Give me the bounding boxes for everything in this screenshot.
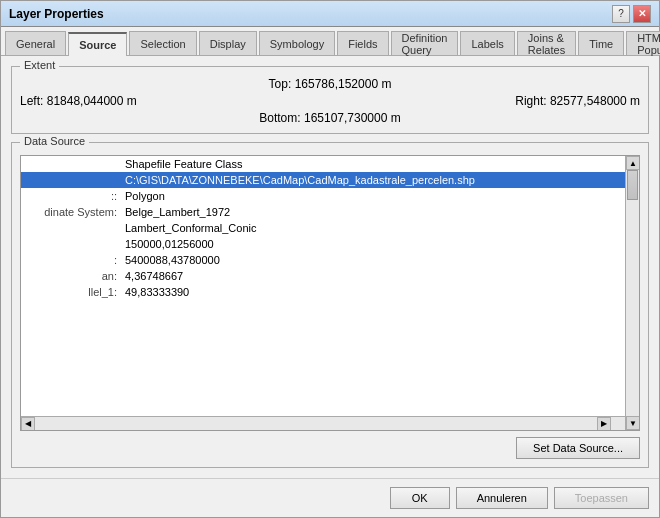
extent-right-label: Right: (515, 94, 546, 108)
tab-fields[interactable]: Fields (337, 31, 388, 55)
data-source-content: Shapefile Feature ClassC:\GIS\DATA\ZONNE… (20, 155, 640, 459)
row-value: 4,36748667 (121, 268, 639, 284)
tab-time[interactable]: Time (578, 31, 624, 55)
extent-left: Left: 81848,044000 m (20, 94, 137, 108)
row-key (21, 236, 121, 252)
table-row: C:\GIS\DATA\ZONNEBEKE\CadMap\CadMap_kada… (21, 172, 639, 188)
table-row: 150000,01256000 (21, 236, 639, 252)
row-key: :: (21, 188, 121, 204)
footer: OK Annuleren Toepassen (1, 478, 659, 517)
extent-bottom-label: Bottom: (259, 111, 300, 125)
row-value: 150000,01256000 (121, 236, 639, 252)
row-key (21, 156, 121, 172)
table-row: Lambert_Conformal_Conic (21, 220, 639, 236)
table-row: llel_1:49,83333390 (21, 284, 639, 300)
tab-display[interactable]: Display (199, 31, 257, 55)
extent-content: Top: 165786,152000 m Left: 81848,044000 … (20, 77, 640, 125)
row-key: an: (21, 268, 121, 284)
titlebar-buttons: ? ✕ (612, 5, 651, 23)
extent-bottom-value: 165107,730000 m (304, 111, 401, 125)
data-source-label: Data Source (20, 135, 89, 147)
extent-group: Extent Top: 165786,152000 m Left: 81848,… (11, 66, 649, 134)
tab-html-popup[interactable]: HTML Popup (626, 31, 660, 55)
tab-labels[interactable]: Labels (460, 31, 514, 55)
layer-properties-window: Layer Properties ? ✕ General Source Sele… (0, 0, 660, 518)
row-value: Belge_Lambert_1972 (121, 204, 639, 220)
row-key: dinate System: (21, 204, 121, 220)
table-row: an:4,36748667 (21, 268, 639, 284)
table-row: ::Polygon (21, 188, 639, 204)
window-title: Layer Properties (9, 7, 104, 21)
tab-general[interactable]: General (5, 31, 66, 55)
tab-joins-relates[interactable]: Joins & Relates (517, 31, 576, 55)
row-value: 5400088,43780000 (121, 252, 639, 268)
ok-button[interactable]: OK (390, 487, 450, 509)
scroll-down-arrow[interactable]: ▼ (626, 416, 640, 430)
scroll-left-arrow[interactable]: ◀ (21, 417, 35, 431)
row-key: llel_1: (21, 284, 121, 300)
vertical-scrollbar[interactable]: ▲ ▼ (625, 156, 639, 430)
close-button[interactable]: ✕ (633, 5, 651, 23)
extent-left-value: 81848,044000 m (47, 94, 137, 108)
scroll-up-arrow[interactable]: ▲ (626, 156, 640, 170)
extent-label: Extent (20, 59, 59, 71)
data-source-table-wrapper: Shapefile Feature ClassC:\GIS\DATA\ZONNE… (20, 155, 640, 431)
row-value: C:\GIS\DATA\ZONNEBEKE\CadMap\CadMap_kada… (121, 172, 639, 188)
tab-symbology[interactable]: Symbology (259, 31, 335, 55)
extent-bottom: Bottom: 165107,730000 m (259, 111, 400, 125)
tab-definition-query[interactable]: Definition Query (391, 31, 459, 55)
table-row: Shapefile Feature Class (21, 156, 639, 172)
row-key (21, 172, 121, 188)
row-key (21, 220, 121, 236)
apply-button[interactable]: Toepassen (554, 487, 649, 509)
extent-right: Right: 82577,548000 m (515, 94, 640, 108)
help-button[interactable]: ? (612, 5, 630, 23)
extent-top: Top: 165786,152000 m (269, 77, 392, 91)
main-content: Extent Top: 165786,152000 m Left: 81848,… (1, 56, 659, 478)
extent-right-value: 82577,548000 m (550, 94, 640, 108)
extent-top-value: 165786,152000 m (295, 77, 392, 91)
extent-top-label: Top: (269, 77, 292, 91)
tabs-row: General Source Selection Display Symbolo… (1, 27, 659, 56)
extent-middle-row: Left: 81848,044000 m Right: 82577,548000… (20, 94, 640, 108)
cancel-button[interactable]: Annuleren (456, 487, 548, 509)
data-source-table: Shapefile Feature ClassC:\GIS\DATA\ZONNE… (21, 156, 639, 300)
table-row: dinate System:Belge_Lambert_1972 (21, 204, 639, 220)
datasource-button-row: Set Data Source... (20, 437, 640, 459)
row-value: Polygon (121, 188, 639, 204)
titlebar: Layer Properties ? ✕ (1, 1, 659, 27)
row-value: 49,83333390 (121, 284, 639, 300)
data-source-group: Data Source Shapefile Feature ClassC:\GI… (11, 142, 649, 468)
scroll-thumb[interactable] (627, 170, 638, 200)
data-source-table-inner[interactable]: Shapefile Feature ClassC:\GIS\DATA\ZONNE… (21, 156, 639, 430)
horizontal-scrollbar[interactable]: ◀ ▶ (21, 416, 625, 430)
set-datasource-button[interactable]: Set Data Source... (516, 437, 640, 459)
row-value: Shapefile Feature Class (121, 156, 639, 172)
row-key: : (21, 252, 121, 268)
tab-source[interactable]: Source (68, 32, 127, 56)
row-value: Lambert_Conformal_Conic (121, 220, 639, 236)
extent-left-label: Left: (20, 94, 43, 108)
scroll-right-arrow[interactable]: ▶ (597, 417, 611, 431)
table-row: :5400088,43780000 (21, 252, 639, 268)
tab-selection[interactable]: Selection (129, 31, 196, 55)
